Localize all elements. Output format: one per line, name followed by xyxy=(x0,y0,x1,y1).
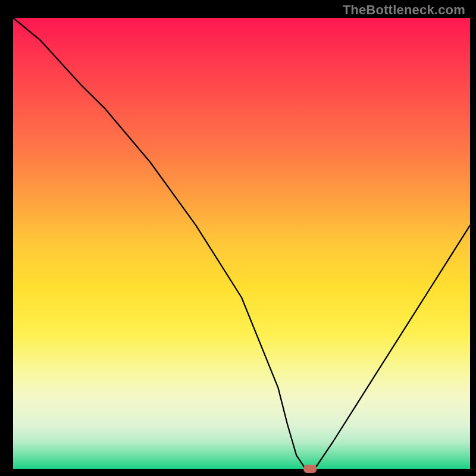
optimal-point-marker xyxy=(303,465,317,473)
bottleneck-chart xyxy=(0,0,476,476)
